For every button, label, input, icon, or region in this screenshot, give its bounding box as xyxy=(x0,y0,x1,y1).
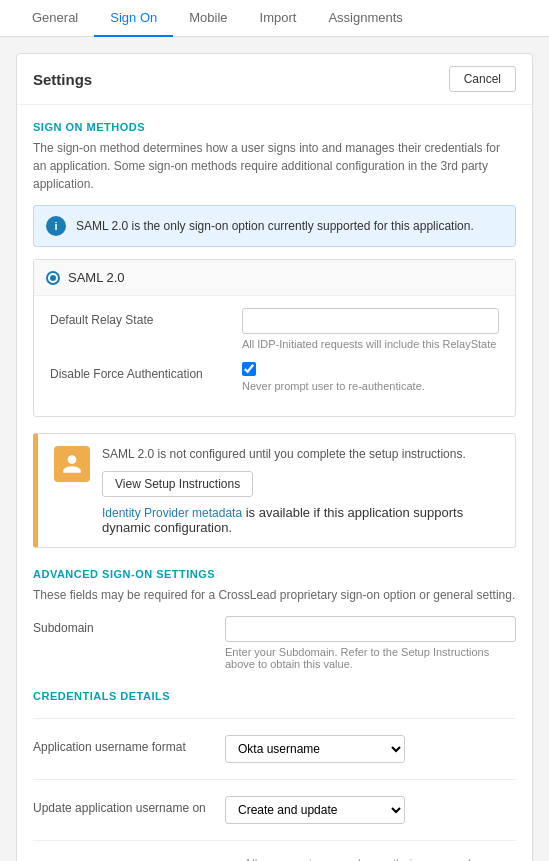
cancel-button[interactable]: Cancel xyxy=(449,66,516,92)
disable-force-auth-control: Never prompt user to re-authenticate. xyxy=(242,362,499,392)
tab-import[interactable]: Import xyxy=(244,0,313,37)
tab-signon[interactable]: Sign On xyxy=(94,0,173,37)
warning-text: SAML 2.0 is not configured until you com… xyxy=(102,446,499,463)
sign-on-methods-section: SIGN ON METHODS The sign-on method deter… xyxy=(33,121,516,548)
settings-header: Settings Cancel xyxy=(17,54,532,105)
credentials-section: CREDENTIALS DETAILS Application username… xyxy=(33,690,516,861)
subdomain-hint: Enter your Subdomain. Refer to the Setup… xyxy=(225,646,516,670)
update-username-control: Create and update Create only xyxy=(225,796,516,824)
advanced-sign-on-desc: These fields may be required for a Cross… xyxy=(33,586,516,604)
disable-force-auth-row: Disable Force Authentication Never promp… xyxy=(50,362,499,392)
app-username-label: Application username format xyxy=(33,735,213,754)
subdomain-row: Subdomain Enter your Subdomain. Refer to… xyxy=(33,616,516,670)
saml-fields: Default Relay State All IDP-Initiated re… xyxy=(34,296,515,416)
password-reveal-control: Allow users to securely see their passwo… xyxy=(225,857,516,861)
sign-on-methods-desc: The sign-on method determines how a user… xyxy=(33,139,516,193)
tab-assignments[interactable]: Assignments xyxy=(312,0,418,37)
saml-label: SAML 2.0 xyxy=(68,270,125,285)
disable-force-auth-checkbox-row xyxy=(242,362,499,376)
saml-only-banner: i SAML 2.0 is the only sign-on option cu… xyxy=(33,205,516,247)
saml-warning-box: SAML 2.0 is not configured until you com… xyxy=(33,433,516,548)
tab-general[interactable]: General xyxy=(16,0,94,37)
credentials-divider xyxy=(33,718,516,719)
update-username-select[interactable]: Create and update Create only xyxy=(225,796,405,824)
default-relay-state-hint: All IDP-Initiated requests will include … xyxy=(242,338,499,350)
info-icon: i xyxy=(46,216,66,236)
person-icon xyxy=(61,453,83,475)
update-username-label: Update application username on xyxy=(33,796,213,815)
credentials-divider-2 xyxy=(33,779,516,780)
password-reveal-checkbox-text: Allow users to securely see their passwo… xyxy=(244,857,516,861)
subdomain-control: Enter your Subdomain. Refer to the Setup… xyxy=(225,616,516,670)
settings-title: Settings xyxy=(33,71,92,88)
password-reveal-row: Password reveal Allow users to securely … xyxy=(33,857,516,861)
settings-card: Settings Cancel SIGN ON METHODS The sign… xyxy=(16,53,533,861)
default-relay-state-row: Default Relay State All IDP-Initiated re… xyxy=(50,308,499,350)
subdomain-label: Subdomain xyxy=(33,616,213,635)
identity-provider-line: Identity Provider metadata is available … xyxy=(102,505,499,535)
default-relay-state-control: All IDP-Initiated requests will include … xyxy=(242,308,499,350)
password-reveal-checkbox-label[interactable]: Allow users to securely see their passwo… xyxy=(225,857,516,861)
tab-mobile[interactable]: Mobile xyxy=(173,0,243,37)
credentials-title: CREDENTIALS DETAILS xyxy=(33,690,516,702)
app-username-row: Application username format Okta usernam… xyxy=(33,735,516,763)
password-reveal-label: Password reveal xyxy=(33,857,213,861)
saml-option-box: SAML 2.0 Default Relay State All IDP-Ini… xyxy=(33,259,516,417)
saml-only-text: SAML 2.0 is the only sign-on option curr… xyxy=(76,219,474,233)
disable-force-auth-label: Disable Force Authentication xyxy=(50,362,230,381)
view-setup-instructions-button[interactable]: View Setup Instructions xyxy=(102,471,253,497)
subdomain-input[interactable] xyxy=(225,616,516,642)
update-username-row: Update application username on Create an… xyxy=(33,796,516,824)
saml-radio[interactable] xyxy=(46,271,60,285)
main-content: Settings Cancel SIGN ON METHODS The sign… xyxy=(0,37,549,861)
warning-content: SAML 2.0 is not configured until you com… xyxy=(102,446,499,535)
warning-icon-wrap xyxy=(54,446,90,482)
identity-provider-link[interactable]: Identity Provider metadata xyxy=(102,506,242,520)
default-relay-state-label: Default Relay State xyxy=(50,308,230,327)
saml-option-header[interactable]: SAML 2.0 xyxy=(34,260,515,296)
credentials-divider-3 xyxy=(33,840,516,841)
advanced-sign-on-section: ADVANCED SIGN-ON SETTINGS These fields m… xyxy=(33,568,516,670)
top-nav: General Sign On Mobile Import Assignment… xyxy=(0,0,549,37)
sign-on-methods-title: SIGN ON METHODS xyxy=(33,121,516,133)
settings-body: SIGN ON METHODS The sign-on method deter… xyxy=(17,105,532,861)
default-relay-state-input[interactable] xyxy=(242,308,499,334)
disable-force-auth-hint: Never prompt user to re-authenticate. xyxy=(242,380,499,392)
app-username-control: Okta username Email AD SAMAccountName Cu… xyxy=(225,735,516,763)
disable-force-auth-checkbox[interactable] xyxy=(242,362,256,376)
app-username-select[interactable]: Okta username Email AD SAMAccountName Cu… xyxy=(225,735,405,763)
advanced-sign-on-title: ADVANCED SIGN-ON SETTINGS xyxy=(33,568,516,580)
